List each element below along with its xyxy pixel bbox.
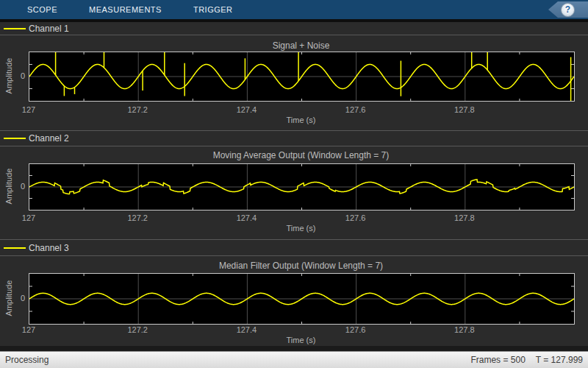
plot-1-canvas[interactable] — [29, 52, 575, 102]
channel-1-legend-label: Channel 1 — [29, 24, 69, 34]
channel-3-line-swatch — [4, 247, 26, 249]
plot-3-xtick: 127.6 — [334, 325, 378, 335]
channel-2-legend-label: Channel 2 — [29, 133, 69, 144]
plot-3-xtick: 127.8 — [442, 325, 487, 335]
status-time: T = 127.999 — [536, 355, 583, 365]
help-banner: ? — [548, 1, 588, 18]
plot-2-xtick: 127 — [7, 213, 51, 223]
plot-3-xtick: 127.4 — [224, 325, 268, 335]
plot-2-canvas[interactable] — [29, 163, 575, 210]
tab-scope[interactable]: SCOPE — [27, 0, 57, 19]
channel-3-legend-label: Channel 3 — [29, 243, 69, 253]
plot-3-xtick: 127 — [7, 325, 51, 335]
plot-1-xtick: 127.6 — [334, 105, 378, 115]
status-frames: Frames = 500 — [470, 355, 525, 365]
plot-1-xtick: 127.2 — [115, 105, 159, 115]
plot-2-xtick: 127.4 — [224, 213, 268, 223]
plot-1-xtick: 127 — [7, 105, 51, 115]
plot-3-xlabel: Time (s) — [29, 336, 573, 345]
plot-3-canvas[interactable] — [29, 273, 575, 325]
channel-2-line-swatch — [4, 138, 26, 139]
status-message: Processing — [5, 355, 49, 365]
legend-row-channel-1[interactable]: Channel 1 — [0, 22, 588, 35]
toolstrip-tabs: SCOPE MEASUREMENTS TRIGGER — [27, 0, 233, 19]
plot-2-xtick: 127.6 — [334, 213, 378, 223]
tab-measurements[interactable]: MEASUREMENTS — [89, 0, 162, 19]
plot-1-ytick-0: 0 — [9, 71, 25, 81]
plot-2-xtick: 127.2 — [115, 213, 159, 223]
scope-window: SCOPE MEASUREMENTS TRIGGER ? Channel 1 S… — [0, 0, 588, 368]
plot-3-title: Median Filter Output (Window Length = 7) — [29, 261, 573, 271]
tab-trigger[interactable]: TRIGGER — [193, 0, 233, 19]
status-bar: Processing Frames = 500 T = 127.999 — [0, 351, 588, 368]
plot-1-xlabel: Time (s) — [29, 116, 573, 125]
plot-2-xtick: 127.8 — [442, 213, 487, 223]
plot-2-ytick-0: 0 — [9, 181, 25, 191]
plot-1-xtick: 127.8 — [442, 105, 487, 115]
plot-1-title: Signal + Noise — [29, 40, 573, 51]
plot-3-xtick: 127.2 — [115, 325, 159, 335]
statusbar-divider — [0, 346, 588, 351]
legend-row-channel-2[interactable]: Channel 2 — [0, 130, 588, 146]
help-button[interactable]: ? — [561, 3, 575, 17]
plot-2-title: Moving Average Output (Window Length = 7… — [29, 150, 573, 160]
toolstrip: SCOPE MEASUREMENTS TRIGGER ? — [0, 0, 588, 19]
plot-2-xlabel: Time (s) — [29, 224, 573, 233]
plot-1-xtick: 127.4 — [224, 105, 268, 115]
plot-3-ytick-0: 0 — [9, 293, 25, 303]
legend-row-channel-3[interactable]: Channel 3 — [0, 239, 588, 256]
channel-1-line-swatch — [4, 28, 26, 29]
